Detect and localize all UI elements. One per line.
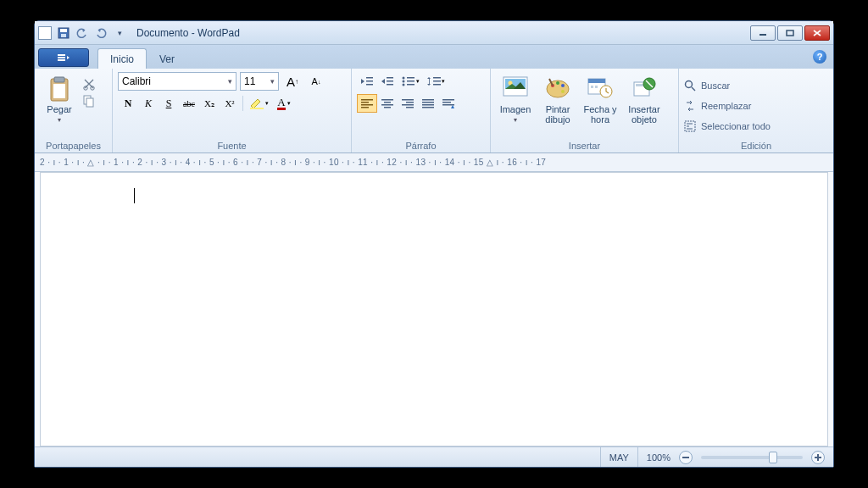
- tab-inicio[interactable]: Inicio: [97, 48, 147, 69]
- align-justify-icon: [421, 97, 435, 109]
- minimize-button[interactable]: [750, 25, 776, 41]
- paste-label: Pegar: [47, 104, 71, 114]
- svg-rect-9: [54, 77, 64, 82]
- justify-button[interactable]: [418, 94, 438, 113]
- svg-rect-40: [402, 99, 414, 101]
- search-icon: [684, 80, 696, 92]
- outdent-icon: [360, 75, 374, 87]
- superscript-button[interactable]: X²: [220, 94, 240, 113]
- qat-customize[interactable]: ▾: [111, 25, 128, 42]
- svg-rect-30: [433, 80, 441, 82]
- align-right-icon: [401, 97, 415, 109]
- quick-access-toolbar: ▾: [55, 25, 128, 42]
- svg-point-57: [561, 84, 565, 87]
- datetime-button[interactable]: Fecha y hora: [581, 72, 620, 125]
- zoom-out-button[interactable]: [679, 451, 693, 464]
- svg-rect-62: [595, 86, 598, 88]
- horizontal-ruler[interactable]: 2 · ı · 1 · ı · △ · ı · 1 · ı · 2 · ı · …: [35, 153, 833, 172]
- font-family-combo[interactable]: Calibri▾: [118, 72, 236, 91]
- strikethrough-button[interactable]: abc: [179, 94, 199, 113]
- svg-rect-69: [682, 457, 689, 458]
- insert-image-button[interactable]: Imagen ▾: [496, 72, 535, 124]
- select-all-label: Seleccionar todo: [701, 121, 771, 131]
- svg-rect-4: [787, 30, 793, 36]
- svg-rect-21: [387, 84, 393, 86]
- select-all-button[interactable]: Seleccionar todo: [684, 118, 771, 135]
- svg-point-24: [403, 84, 405, 86]
- redo-button[interactable]: [92, 25, 109, 42]
- close-button[interactable]: [804, 25, 830, 41]
- svg-rect-5: [58, 54, 65, 56]
- svg-point-58: [561, 90, 565, 93]
- increase-indent-button[interactable]: [377, 72, 398, 91]
- list-icon: [401, 75, 416, 87]
- align-right-button[interactable]: [398, 94, 418, 113]
- undo-icon: [76, 27, 88, 39]
- svg-rect-20: [387, 80, 393, 82]
- app-icon: [38, 26, 52, 40]
- maximize-button[interactable]: [777, 25, 803, 41]
- copy-icon: [82, 94, 96, 108]
- svg-rect-15: [250, 108, 264, 109]
- svg-rect-27: [407, 84, 415, 86]
- align-center-button[interactable]: [377, 94, 398, 113]
- line-spacing-icon: [426, 75, 442, 87]
- highlight-color-button[interactable]: ▾: [246, 94, 271, 113]
- svg-rect-19: [387, 77, 393, 79]
- select-all-icon: [684, 120, 696, 132]
- tab-ver[interactable]: Ver: [147, 48, 187, 69]
- svg-rect-34: [361, 104, 373, 106]
- svg-rect-33: [361, 102, 369, 103]
- paragraph-dialog-button[interactable]: [438, 94, 459, 113]
- zoom-slider-thumb[interactable]: [769, 452, 777, 463]
- svg-point-22: [403, 77, 405, 80]
- file-menu-button[interactable]: [38, 48, 89, 67]
- grow-font-button[interactable]: A↑: [282, 72, 303, 91]
- document-area: [35, 172, 833, 446]
- svg-rect-60: [588, 79, 605, 83]
- group-paragraph: ▾ ▾ Párrafo: [352, 69, 491, 152]
- svg-rect-36: [381, 99, 393, 101]
- svg-rect-29: [433, 77, 441, 79]
- zoom-slider[interactable]: [701, 456, 803, 459]
- maximize-icon: [786, 30, 794, 36]
- save-button[interactable]: [55, 25, 72, 42]
- paint-drawing-button[interactable]: Pintar dibujo: [538, 72, 577, 125]
- replace-icon: [684, 100, 696, 112]
- decrease-indent-button[interactable]: [357, 72, 377, 91]
- insert-object-button[interactable]: Insertar objeto: [623, 72, 665, 125]
- align-left-button[interactable]: [357, 94, 377, 113]
- chevron-down-icon: ▾: [270, 77, 275, 86]
- copy-button[interactable]: [82, 94, 96, 108]
- subscript-button[interactable]: X₂: [199, 94, 220, 113]
- svg-rect-31: [433, 84, 441, 86]
- svg-rect-26: [407, 80, 415, 82]
- document-page[interactable]: [40, 172, 828, 446]
- svg-rect-28: [429, 79, 430, 84]
- group-label-font: Fuente: [118, 139, 346, 151]
- replace-button[interactable]: Reemplazar: [684, 97, 751, 114]
- italic-button[interactable]: K: [138, 94, 159, 113]
- file-menu-icon: [58, 53, 70, 62]
- bullets-button[interactable]: ▾: [398, 72, 423, 91]
- paste-button[interactable]: Pegar ▾: [40, 72, 79, 124]
- close-icon: [813, 30, 821, 36]
- paragraph-icon: [442, 97, 455, 109]
- picture-icon: [502, 75, 529, 99]
- find-button[interactable]: Buscar: [684, 77, 730, 94]
- underline-button[interactable]: S: [159, 94, 179, 113]
- font-color-button[interactable]: A▾: [271, 94, 297, 113]
- line-spacing-button[interactable]: ▾: [423, 72, 448, 91]
- help-button[interactable]: ?: [813, 50, 826, 64]
- shrink-font-button[interactable]: A↓: [306, 72, 326, 91]
- undo-button[interactable]: [74, 25, 91, 42]
- svg-point-56: [556, 81, 559, 85]
- chevron-down-icon: ▾: [58, 116, 61, 124]
- cut-button[interactable]: [82, 77, 96, 91]
- palette-icon: [544, 75, 571, 99]
- font-size-combo[interactable]: 11▾: [240, 72, 279, 91]
- bold-button[interactable]: N: [118, 94, 138, 113]
- group-label-insert: Insertar: [496, 139, 673, 151]
- font-size-value: 11: [244, 75, 255, 87]
- zoom-in-button[interactable]: [811, 451, 825, 464]
